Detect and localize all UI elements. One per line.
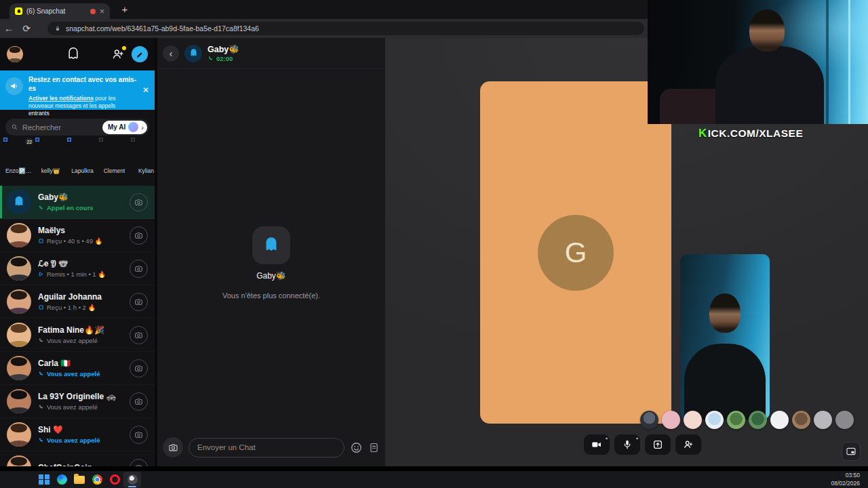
lens-option[interactable] [662, 411, 680, 429]
windows-taskbar: 03:50 08/02/2026 [0, 471, 868, 488]
snapchat-logo-icon [66, 47, 81, 62]
story-item[interactable]: kelly👑 [37, 140, 63, 184]
camera-button[interactable] [130, 326, 148, 344]
camera-button[interactable] [130, 459, 148, 467]
add-friend-button[interactable] [111, 47, 125, 61]
call-icon [208, 56, 214, 62]
address-bar[interactable]: snapchat.com/web/63461a75-ab9d-5fae-ba5e… [47, 22, 644, 35]
banner-close-icon[interactable]: ✕ [142, 85, 149, 95]
story-item[interactable]: Lapulkra [69, 140, 95, 184]
story-item[interactable]: Kylian [133, 140, 155, 184]
new-chat-button[interactable] [132, 46, 148, 62]
tab-title: (6) Snapchat [26, 7, 86, 15]
chat-list-item[interactable]: ℒe 𝔜 🐨 Remis • 1 min • 1 🔥 [0, 252, 155, 285]
chat-list-item[interactable]: Aguilar Johanna Reçu • 1 h • 2 🔥 [0, 285, 155, 319]
call-icon [38, 404, 44, 410]
story-item[interactable]: 22 Enzo🅿️… [5, 140, 31, 184]
story-name: Clement [104, 167, 125, 174]
chat-list-item[interactable]: Maëlys Reçu • 40 s • 49 🔥 [0, 219, 155, 252]
camera-button[interactable] [130, 359, 148, 378]
camera-button[interactable] [130, 426, 148, 444]
site-info-icon[interactable] [54, 25, 61, 32]
banner-title: Restez en contact avec vos amis-es [28, 76, 137, 93]
lens-option[interactable] [835, 411, 854, 429]
search-bar[interactable]: My AI › [5, 119, 149, 136]
received-icon [38, 238, 44, 244]
tab-close-icon[interactable]: × [100, 7, 104, 16]
edge-icon [57, 474, 67, 485]
device-caret-icon[interactable]: ▴ [636, 435, 638, 440]
refresh-icon[interactable]: ⟳ [18, 23, 35, 34]
streamer-webcam-overlay [648, 0, 868, 124]
chat-status: Remis • 1 min • 1 🔥 [38, 270, 123, 278]
snap-card-button[interactable] [368, 442, 380, 453]
lens-option[interactable] [727, 411, 745, 429]
lens-option[interactable] [684, 411, 702, 429]
picture-in-picture-button[interactable] [842, 442, 861, 461]
empty-conversation-state: Gaby🐝 Vous n'êtes plus connecté(e). [157, 226, 385, 300]
lens-option[interactable] [770, 411, 789, 429]
chat-list-item-gaby[interactable]: Gaby🐝 Appel en cours [0, 186, 155, 219]
taskbar-active-app-button[interactable] [123, 472, 141, 487]
chat-list-item[interactable]: ChefCoinCoin [0, 451, 155, 466]
notifications-banner: Restez en contact avec vos amis-es Activ… [0, 70, 155, 110]
avatar [7, 190, 31, 214]
chat-status: Reçu • 40 s • 49 🔥 [38, 237, 123, 245]
taskbar-clock[interactable]: 03:50 08/02/2026 [831, 472, 860, 487]
streamer-silhouette-head [749, 9, 785, 52]
camera-button[interactable] [130, 260, 148, 278]
enable-notifications-link[interactable]: Activer les notifications [28, 95, 94, 102]
emoji-button[interactable] [350, 441, 363, 454]
call-icon [38, 205, 44, 211]
kick-logo-icon: K [698, 127, 707, 140]
camera-button[interactable] [130, 293, 148, 311]
lens-option[interactable] [792, 411, 810, 429]
search-input[interactable] [22, 123, 77, 131]
folder-icon [74, 476, 85, 484]
taskbar-explorer-button[interactable] [71, 472, 88, 487]
share-screen-button[interactable] [645, 434, 671, 455]
chrome-icon [92, 474, 102, 485]
browser-tab[interactable]: (6) Snapchat × [9, 3, 110, 19]
disconnected-message: Vous n'êtes plus connecté(e). [222, 291, 320, 300]
story-name: Enzo🅿️… [5, 167, 31, 174]
chat-name: Gaby🐝 [38, 192, 123, 202]
device-caret-icon[interactable]: ▴ [606, 435, 608, 440]
chat-name: Aguilar Johanna [38, 292, 123, 302]
avatar [7, 223, 31, 247]
lens-option[interactable] [640, 411, 658, 429]
taskbar-opera-button[interactable] [106, 472, 123, 487]
camera-button[interactable] [163, 437, 183, 458]
self-video-preview[interactable] [680, 254, 770, 420]
clock-date: 08/02/2026 [831, 480, 860, 487]
chat-list-item[interactable]: Fatima Nine🔥🎉 Vous avez appelé [0, 319, 155, 352]
chat-list-item[interactable]: La 93Y Originelle 🚓 Vous avez appelé [0, 385, 155, 418]
profile-avatar[interactable] [7, 46, 23, 62]
toggle-video-button[interactable]: ▴ [584, 434, 610, 455]
new-tab-button[interactable]: + [118, 3, 132, 15]
sidebar: Restez en contact avec vos amis-es Activ… [0, 38, 155, 466]
add-participant-button[interactable] [675, 434, 701, 455]
avatar [7, 256, 31, 281]
back-icon[interactable]: ← [0, 23, 18, 34]
chat-status: Appel en cours [38, 204, 123, 211]
taskbar-chrome-button[interactable] [88, 472, 106, 487]
chat-list-item[interactable]: Carla 🇮🇹 Vous avez appelé [0, 352, 155, 385]
lens-option[interactable] [705, 411, 724, 429]
lens-option[interactable] [814, 411, 832, 429]
chat-message-input[interactable] [189, 438, 344, 458]
self-silhouette-body [684, 344, 766, 420]
camera-button[interactable] [130, 193, 148, 211]
camera-button[interactable] [130, 392, 148, 411]
avatar [7, 422, 31, 447]
taskbar-edge-button[interactable] [53, 472, 71, 487]
camera-button[interactable] [130, 226, 148, 245]
back-button[interactable]: ‹ [163, 45, 179, 62]
my-ai-pill[interactable]: My AI › [102, 121, 147, 134]
toggle-mic-button[interactable]: ▴ [614, 434, 640, 455]
lens-option[interactable] [749, 411, 767, 429]
start-button[interactable] [35, 472, 53, 487]
chat-list-item[interactable]: Shi ❤️ Vous avez appelé [0, 418, 155, 451]
story-item[interactable]: Clement [101, 140, 127, 184]
chat-name: ChefCoinCoin [38, 463, 123, 466]
